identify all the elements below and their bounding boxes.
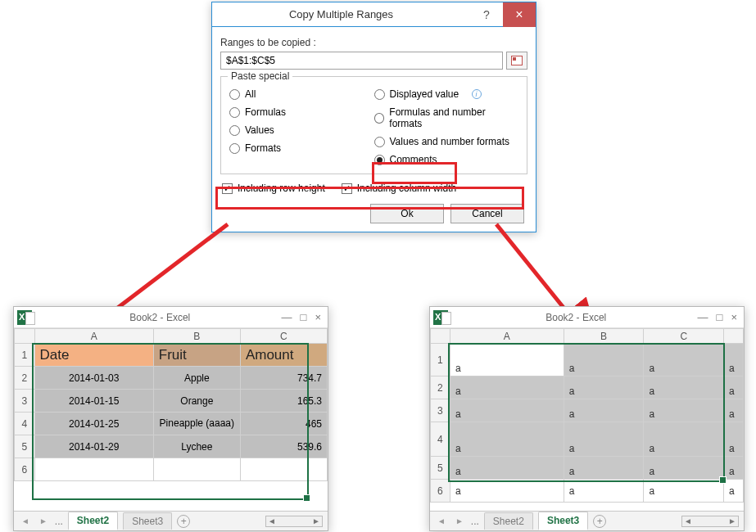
spreadsheet-grid[interactable]: A B C 1 a a a a 2 a a a (430, 328, 744, 503)
cell[interactable]: Fruit (153, 344, 240, 367)
cell[interactable]: 165.3 (240, 390, 327, 413)
column-header-C[interactable]: C (644, 329, 724, 344)
cell[interactable]: 2014-01-29 (34, 435, 153, 458)
cell[interactable]: a (450, 399, 564, 422)
row-header[interactable]: 2 (431, 376, 450, 399)
row-header[interactable]: 5 (15, 435, 35, 458)
cell[interactable] (240, 458, 327, 481)
row-header[interactable]: 1 (431, 344, 450, 376)
cell[interactable]: 465 (240, 413, 327, 435)
column-header-B[interactable]: B (153, 329, 240, 344)
cell[interactable]: Date (34, 344, 153, 367)
window-maximize-button[interactable]: □ (717, 311, 723, 323)
column-header-C[interactable]: C (240, 329, 327, 344)
dialog-close-button[interactable]: × (503, 2, 536, 27)
row-header[interactable]: 4 (15, 413, 35, 435)
cell[interactable]: a (564, 480, 644, 503)
column-header-A[interactable]: A (34, 329, 153, 344)
cell[interactable]: a (724, 344, 744, 376)
cell[interactable]: 734.7 (240, 367, 327, 390)
cell[interactable]: Amount (240, 344, 327, 367)
window-minimize-button[interactable]: — (282, 311, 292, 323)
cell[interactable] (34, 458, 153, 481)
row-header[interactable]: 3 (15, 390, 35, 413)
row-header[interactable]: 6 (15, 458, 35, 481)
new-sheet-button[interactable]: + (593, 515, 606, 528)
cell[interactable]: Apple (153, 367, 240, 390)
dialog-help-button[interactable]: ? (470, 2, 503, 27)
column-header-B[interactable]: B (564, 329, 644, 344)
radio-formulas[interactable]: Formulas (229, 106, 374, 118)
cell[interactable]: a (644, 399, 724, 422)
row-header[interactable]: 4 (431, 422, 450, 457)
cell[interactable]: a (450, 344, 564, 376)
cell[interactable]: 2014-01-03 (34, 367, 153, 390)
radio-values[interactable]: Values (229, 124, 374, 136)
cell[interactable]: a (564, 344, 644, 376)
range-picker-button[interactable] (506, 52, 527, 70)
sheet-nav-next[interactable]: ► (37, 516, 50, 525)
cell[interactable]: a (564, 376, 644, 399)
sheet-tab-overflow[interactable]: ... (471, 516, 479, 527)
sheet-tab-overflow[interactable]: ... (55, 516, 63, 527)
window-close-button[interactable]: × (731, 311, 737, 323)
row-header[interactable]: 1 (15, 344, 35, 367)
sheet-tab-sheet3[interactable]: Sheet3 (123, 512, 172, 530)
ranges-input[interactable] (220, 52, 503, 70)
cell[interactable]: Orange (153, 390, 240, 413)
radio-all[interactable]: All (229, 88, 374, 100)
row-header[interactable]: 2 (15, 367, 35, 390)
cell[interactable]: 539.6 (240, 435, 327, 458)
cell[interactable]: a (644, 457, 724, 480)
workbook-titlebar[interactable]: Book2 - Excel — □ × (430, 307, 744, 328)
window-maximize-button[interactable]: □ (301, 311, 307, 323)
cell[interactable]: a (450, 422, 564, 457)
radio-values-number-formats[interactable]: Values and number formats (374, 136, 519, 147)
cell[interactable]: a (644, 480, 724, 503)
cell[interactable]: a (724, 480, 744, 503)
sheet-nav-prev[interactable]: ◄ (19, 516, 32, 525)
cell[interactable]: a (724, 422, 744, 457)
row-header[interactable]: 5 (431, 457, 450, 480)
cell[interactable]: a (564, 399, 644, 422)
info-icon[interactable]: i (472, 89, 482, 99)
column-header-A[interactable]: A (450, 329, 564, 344)
radio-displayed-value[interactable]: Displayed value i (374, 88, 519, 100)
dialog-titlebar[interactable]: Copy Multiple Ranges ? × (212, 2, 536, 27)
window-close-button[interactable]: × (315, 311, 321, 323)
row-header[interactable]: 3 (431, 399, 450, 422)
cell[interactable]: a (724, 399, 744, 422)
horizontal-scrollbar[interactable]: ◄► (681, 516, 739, 527)
radio-formulas-number-formats[interactable]: Formulas and number formats (374, 106, 519, 129)
cell[interactable]: a (724, 457, 744, 480)
cell[interactable]: 2014-01-25 (34, 413, 153, 435)
select-all-corner[interactable] (15, 329, 35, 344)
select-all-corner[interactable] (431, 329, 450, 344)
sheet-tab-sheet2[interactable]: Sheet2 (484, 512, 533, 530)
row-header[interactable]: 6 (431, 480, 450, 503)
horizontal-scrollbar[interactable]: ◄► (265, 516, 323, 527)
column-header-edge[interactable] (724, 329, 744, 344)
cell[interactable]: 2014-01-15 (34, 390, 153, 413)
radio-formats[interactable]: Formats (229, 142, 374, 154)
cell[interactable]: Pineapple (aaaa) (153, 413, 240, 435)
cell[interactable]: a (450, 480, 564, 503)
sheet-nav-prev[interactable]: ◄ (435, 516, 448, 525)
sheet-tab-sheet2[interactable]: Sheet2 (68, 512, 118, 530)
sheet-tab-sheet3[interactable]: Sheet3 (538, 512, 588, 530)
cell[interactable]: a (450, 376, 564, 399)
cell[interactable]: a (564, 422, 644, 457)
cell[interactable]: a (564, 457, 644, 480)
window-minimize-button[interactable]: — (698, 311, 708, 323)
cell[interactable]: a (644, 344, 724, 376)
cell[interactable]: a (644, 422, 724, 457)
cell[interactable]: a (724, 376, 744, 399)
cell[interactable] (153, 458, 240, 481)
cell[interactable]: Lychee (153, 435, 240, 458)
workbook-titlebar[interactable]: Book2 - Excel — □ × (14, 307, 328, 328)
cell[interactable]: a (644, 376, 724, 399)
new-sheet-button[interactable]: + (177, 515, 190, 528)
cell[interactable]: a (450, 457, 564, 480)
sheet-nav-next[interactable]: ► (453, 516, 466, 525)
spreadsheet-grid[interactable]: A B C 1 Date Fruit Amount 2 2014-01-03 A… (14, 328, 328, 481)
